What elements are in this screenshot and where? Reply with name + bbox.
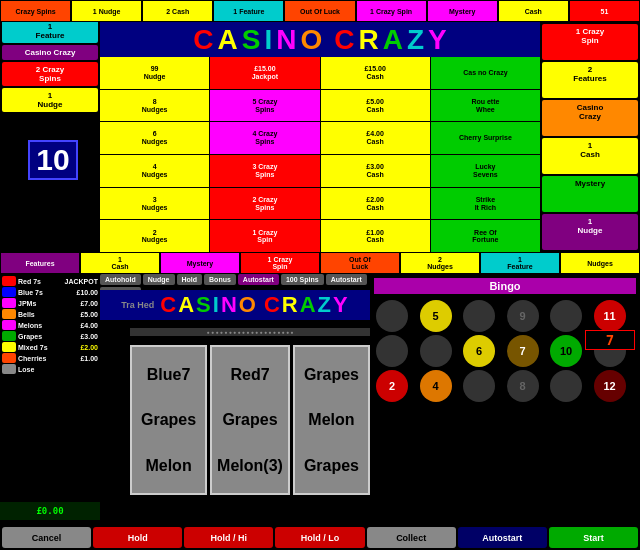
reel-symbol: Red7 xyxy=(230,366,269,384)
control-button[interactable]: 100 Spins xyxy=(281,274,324,285)
win-table-item: Melons£4.00 xyxy=(2,320,98,330)
win-table-item: Bells£5.00 xyxy=(2,309,98,319)
logo-letter: R xyxy=(358,24,378,56)
main-reel: Blue7GrapesMelon xyxy=(130,345,207,495)
bingo-ball xyxy=(550,300,582,332)
top-strip-cell: Out Of Luck xyxy=(284,0,355,22)
control-button[interactable]: Autohold xyxy=(100,274,141,285)
bottom-button[interactable]: Hold / Lo xyxy=(275,527,364,548)
win-table-value: £2.00 xyxy=(80,344,98,351)
reel-cell: £1.00 Cash xyxy=(321,220,430,252)
bottom-button[interactable]: Hold xyxy=(93,527,182,548)
bingo-ball xyxy=(376,335,408,367)
reel-cell: Ree Of Fortune xyxy=(431,220,540,252)
main-reels: Blue7GrapesMelonRed7GrapesMelon(3)Grapes… xyxy=(130,345,370,495)
reel-cell: Cherry Surprise xyxy=(431,122,540,154)
reel-cell: 8 Nudges xyxy=(100,90,209,122)
main-reel: Red7GrapesMelon(3) xyxy=(210,345,290,495)
control-button[interactable]: Autostart xyxy=(326,274,367,285)
reel-cell: Lucky Sevens xyxy=(431,155,540,187)
reel-cell: £4.00 Cash xyxy=(321,122,430,154)
right-panel-item: 1 Nudge xyxy=(542,214,638,250)
logo-letter: A xyxy=(383,24,403,56)
bottom-logo-letter: O xyxy=(239,292,256,318)
reel-symbol: Melon xyxy=(145,457,191,475)
reel-symbol: Grapes xyxy=(304,366,359,384)
win-table-label: Mixed 7s xyxy=(18,344,78,351)
logo-letter: A xyxy=(218,24,238,56)
number-display: 10 xyxy=(28,140,78,180)
right-panel-item: 1 Cash xyxy=(542,138,638,174)
control-button[interactable]: Hold xyxy=(177,274,203,285)
right-panel-item: Mystery xyxy=(542,176,638,212)
left-panel-item: 1 Nudge xyxy=(2,88,98,112)
win-table-value: £7.00 xyxy=(80,300,98,307)
win-table-label: JPMs xyxy=(18,300,78,307)
win-table-value: £5.00 xyxy=(80,311,98,318)
win-table-label: Bells xyxy=(18,311,78,318)
reel-cell: £3.00 Cash xyxy=(321,155,430,187)
second-strip-cell: 1 Cash xyxy=(80,252,160,274)
bingo-ball xyxy=(463,370,495,402)
control-button[interactable]: Autostart xyxy=(238,274,279,285)
win-table-icon xyxy=(2,309,16,319)
top-strip-cell: Crazy Spins xyxy=(0,0,71,22)
casino-crazy-logo: CASINOCRAZY xyxy=(100,22,540,57)
bottom-button[interactable]: Cancel xyxy=(2,527,91,548)
bingo-ball: 2 xyxy=(376,370,408,402)
second-strip-cell: 1 Feature xyxy=(480,252,560,274)
reel-cell: 4 Nudges xyxy=(100,155,209,187)
bottom-button[interactable]: Collect xyxy=(367,527,456,548)
bingo-ball: 8 xyxy=(507,370,539,402)
win-table-label: Melons xyxy=(18,322,78,329)
win-table-icon xyxy=(2,342,16,352)
bottom-logo: Tra HedCASINOCRAZY xyxy=(100,290,370,320)
bottom-logo-letter: C xyxy=(264,292,280,318)
control-button[interactable]: Bonus xyxy=(204,274,236,285)
bingo-grid: 5911671024812 xyxy=(374,298,636,404)
bottom-logo-letter: I xyxy=(213,292,219,318)
second-strip-cell: Nudges xyxy=(560,252,640,274)
top-strip-cell: 1 Nudge xyxy=(71,0,142,22)
bottom-logo-prefix: Tra Hed xyxy=(121,300,154,310)
win-table-icon xyxy=(2,320,16,330)
reel-cell: 99 Nudge xyxy=(100,57,209,89)
win-table-label: Blue 7s xyxy=(18,289,75,296)
win-table-icon xyxy=(2,331,16,341)
bingo-ball xyxy=(463,300,495,332)
win-table-item: Red 7sJACKPOT xyxy=(2,276,98,286)
logo-letter: C xyxy=(193,24,213,56)
reel-cell: 6 Nudges xyxy=(100,122,209,154)
reel-cell: Cas no Crazy xyxy=(431,57,540,89)
bottom-logo-letter: N xyxy=(221,292,237,318)
win-table-value: £1.00 xyxy=(80,355,98,362)
reel-cell: 2 Nudges xyxy=(100,220,209,252)
middle-reel-area: 99 Nudge£15.00 Jackpot£15.00 CashCas no … xyxy=(100,57,540,252)
win-table-item: Lose xyxy=(2,364,98,374)
win-table-icon xyxy=(2,353,16,363)
logo-letter: N xyxy=(276,24,296,56)
bottom-logo-letter: C xyxy=(160,292,176,318)
win-table-value: £4.00 xyxy=(80,322,98,329)
second-reel-strip: Features1 CashMystery1 Crazy SpinOut Of … xyxy=(0,252,640,274)
bottom-button-bar[interactable]: CancelHoldHold / HiHold / LoCollectAutos… xyxy=(0,525,640,550)
bingo-ball: 6 xyxy=(463,335,495,367)
win-table-value: JACKPOT xyxy=(65,278,98,285)
bottom-button[interactable]: Hold / Hi xyxy=(184,527,273,548)
reel-cell: 3 Crazy Spins xyxy=(210,155,319,187)
bingo-ball: 11 xyxy=(594,300,626,332)
win-table-label: Red 7s xyxy=(18,278,63,285)
bingo-ball xyxy=(420,335,452,367)
reel-cell: 4 Crazy Spins xyxy=(210,122,319,154)
left-panel-item: Casino Crazy xyxy=(2,45,98,60)
bottom-button[interactable]: Start xyxy=(549,527,638,548)
bottom-logo-letter: R xyxy=(282,292,298,318)
reel-cell: 3 Nudges xyxy=(100,188,209,220)
win-table-item: Grapes£3.00 xyxy=(2,331,98,341)
reel-symbol: Melon(3) xyxy=(217,457,283,475)
bottom-button[interactable]: Autostart xyxy=(458,527,547,548)
win-table-label: Grapes xyxy=(18,333,78,340)
control-button[interactable]: Nudge xyxy=(143,274,175,285)
reel-cell: Strike It Rich xyxy=(431,188,540,220)
bingo-ball xyxy=(376,300,408,332)
